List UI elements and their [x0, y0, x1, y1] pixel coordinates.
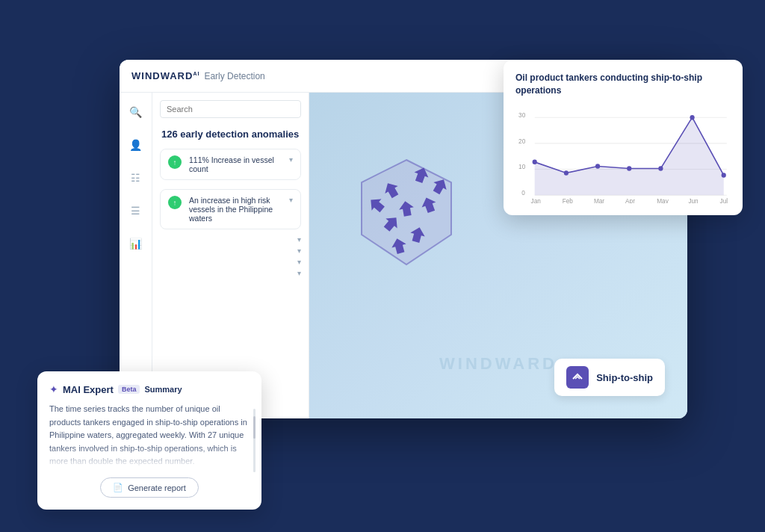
search-bar-container: [152, 93, 309, 123]
chevron-down-icon-2: ▾: [289, 196, 293, 204]
svg-text:Mar: Mar: [594, 197, 604, 202]
anomaly-text-1: 111% Increase in vessel count: [189, 155, 286, 173]
mai-label: MAI Expert: [63, 384, 114, 395]
sidebar-item-stats[interactable]: 📊: [126, 233, 146, 254]
chevron-down-icon-1: ▾: [289, 155, 293, 164]
anomaly-text-2: An increase in high risk vessels in the …: [189, 196, 286, 223]
svg-text:Jun: Jun: [688, 197, 699, 202]
svg-text:Apr: Apr: [625, 197, 635, 202]
svg-text:0: 0: [521, 189, 525, 197]
ship-to-ship-badge[interactable]: Ship-to-ship: [554, 359, 665, 396]
map-watermark: WINDWARD: [439, 354, 557, 374]
sidebar: 🔍 👤 ☷ ☰ 📊: [120, 93, 152, 418]
svg-point-20: [564, 170, 569, 176]
vessel-cluster: [347, 152, 466, 272]
expand-more-3[interactable]: ▾: [152, 256, 309, 267]
search-input[interactable]: [160, 100, 301, 118]
expand-more-1[interactable]: ▾: [152, 234, 309, 245]
svg-point-19: [533, 159, 537, 164]
svg-text:20: 20: [518, 137, 525, 144]
mai-star-icon: ✦: [49, 383, 58, 395]
svg-point-23: [658, 166, 663, 171]
mai-footer: 📄 Generate report: [49, 477, 250, 498]
expand-more-4[interactable]: ▾: [152, 267, 309, 279]
svg-point-22: [627, 166, 631, 171]
mai-header: ✦ MAI Expert Beta Summary: [49, 383, 250, 395]
scroll-thumb[interactable]: [253, 416, 255, 439]
expand-more-2[interactable]: ▾: [152, 245, 309, 256]
app-subtitle: Early Detection: [204, 71, 264, 81]
svg-text:30: 30: [518, 111, 525, 119]
svg-text:10: 10: [518, 163, 525, 170]
report-icon: 📄: [113, 483, 123, 492]
left-panel: 126 early detection anomalies ↑ 111% Inc…: [152, 93, 309, 418]
mai-card: ✦ MAI Expert Beta Summary The time serie…: [37, 371, 261, 510]
scroll-track: [253, 409, 255, 472]
svg-text:Jul: Jul: [720, 197, 728, 202]
mai-summary-label: Summary: [144, 385, 182, 394]
anomaly-icon-1: ↑: [168, 155, 182, 169]
ship-badge-icon: [566, 366, 589, 389]
sidebar-item-user[interactable]: 👤: [126, 134, 146, 155]
app-logo: WINDWARDAI: [131, 70, 199, 81]
chart-title: Oil product tankers conducting ship-to-s…: [515, 72, 731, 97]
anomaly-item-1[interactable]: ↑ 111% Increase in vessel count ▾: [160, 149, 301, 180]
svg-point-24: [690, 115, 694, 120]
svg-point-21: [595, 164, 600, 169]
svg-marker-18: [535, 117, 724, 195]
svg-point-25: [722, 173, 726, 178]
generate-report-label: Generate report: [128, 483, 186, 492]
chart-card: Oil product tankers conducting ship-to-s…: [504, 60, 743, 215]
svg-text:Feb: Feb: [563, 197, 573, 202]
svg-text:Jan: Jan: [531, 197, 542, 202]
sidebar-item-search[interactable]: 🔍: [126, 102, 146, 123]
sidebar-item-list[interactable]: ☰: [126, 200, 146, 221]
chart-container: 0 10 20 30 Jan Feb Mar: [515, 106, 731, 203]
sidebar-item-chart[interactable]: ☷: [126, 167, 146, 188]
ship-badge-label: Ship-to-ship: [596, 372, 653, 383]
mai-beta-badge: Beta: [118, 385, 140, 394]
anomaly-icon-2: ↑: [168, 196, 182, 209]
svg-text:May: May: [657, 197, 669, 202]
mai-summary-text: The time series tracks the number of uni…: [49, 403, 250, 468]
anomaly-item-2[interactable]: ↑ An increase in high risk vessels in th…: [160, 189, 301, 229]
generate-report-button[interactable]: 📄 Generate report: [100, 477, 199, 498]
panel-title: 126 early detection anomalies: [152, 123, 309, 144]
